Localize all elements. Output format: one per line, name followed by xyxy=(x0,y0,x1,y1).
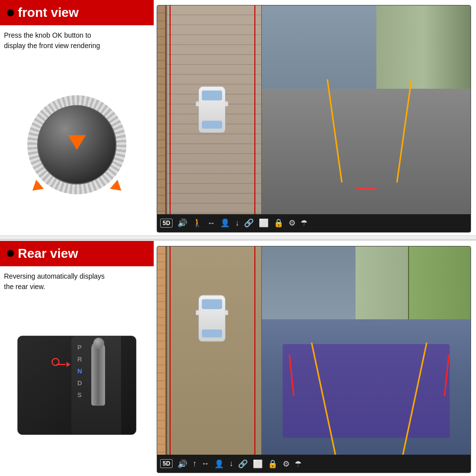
front-road-camera xyxy=(262,5,471,214)
front-right-panel: 5D 🔊 🚶 ↔ 👤 ↓ 🔗 ⬜ 🔒 ⚙ ☂ xyxy=(154,0,476,236)
rear-desc-text: Reversing automatically displays the rea… xyxy=(4,272,105,291)
rear-toolbar-icon-2[interactable]: ↑ xyxy=(192,459,196,468)
rear-toolbar-icon-5[interactable]: ↓ xyxy=(229,459,233,468)
front-car-windshield xyxy=(202,91,222,101)
rear-wall xyxy=(157,246,166,455)
knob-down-arrow xyxy=(68,135,86,150)
rear-road-line-right xyxy=(254,246,255,455)
front-left-panel: front view Press the knob OK button to d… xyxy=(0,0,154,236)
front-title-bar: front view xyxy=(0,0,154,25)
front-toolbar: 5D 🔊 🚶 ↔ 👤 ↓ 🔗 ⬜ 🔒 ⚙ ☂ xyxy=(157,214,471,232)
rear-toolbar-icon-4[interactable]: 👤 xyxy=(214,459,224,469)
front-toolbar-icon-2[interactable]: 🚶 xyxy=(192,218,202,228)
rear-title-text: Rear view xyxy=(18,246,78,261)
rear-view-section: Rear view Reversing automatically displa… xyxy=(0,239,476,476)
front-description: Press the knob OK button to display the … xyxy=(0,25,154,54)
knob-wrapper xyxy=(27,95,126,194)
front-toolbar-5d[interactable]: 5D xyxy=(160,219,173,228)
front-wall xyxy=(157,5,166,214)
rear-purple-overlay xyxy=(283,344,450,438)
rear-toolbar-icon-8[interactable]: 🔒 xyxy=(268,459,278,469)
front-road-line-right xyxy=(254,5,255,214)
front-view-section: front view Press the knob OK button to d… xyxy=(0,0,476,236)
front-toolbar-icon-8[interactable]: 🔒 xyxy=(274,218,284,228)
rear-toolbar-icon-7[interactable]: ⬜ xyxy=(253,459,263,469)
rear-toolbar-5d[interactable]: 5D xyxy=(160,459,173,468)
rear-title-bar: Rear view xyxy=(0,241,154,266)
gearshift-container: P R N D S xyxy=(0,295,154,476)
rear-description: Reversing automatically displays the rea… xyxy=(0,266,154,295)
front-title-text: front view xyxy=(18,5,79,20)
rear-road-line-left xyxy=(170,246,171,455)
rear-road-camera xyxy=(262,246,471,455)
front-camera-grid xyxy=(157,5,471,214)
front-toolbar-icon-3[interactable]: ↔ xyxy=(207,219,215,228)
front-car-topdown xyxy=(198,86,226,133)
front-road-line-left xyxy=(170,5,171,214)
rear-left-panel: Rear view Reversing automatically displa… xyxy=(0,241,154,476)
front-toolbar-icon-6[interactable]: 🔗 xyxy=(244,218,254,228)
knob-left-arrow xyxy=(29,179,44,195)
rear-car-rear-window xyxy=(202,329,222,337)
rear-camera-grid xyxy=(157,246,471,455)
front-car-rear-window xyxy=(202,121,222,129)
rear-topdown-view xyxy=(157,246,262,455)
rear-camera-view: 5D 🔊 ↑ ↔ 👤 ↓ 🔗 ⬜ 🔒 ⚙ ☂ xyxy=(157,246,471,474)
section-divider xyxy=(0,236,476,239)
rear-toolbar-icon-3[interactable]: ↔ xyxy=(201,459,209,468)
rear-toolbar: 5D 🔊 ↑ ↔ 👤 ↓ 🔗 ⬜ 🔒 ⚙ ☂ xyxy=(157,455,471,473)
rear-right-panel: 5D 🔊 ↑ ↔ 👤 ↓ 🔗 ⬜ 🔒 ⚙ ☂ xyxy=(154,241,476,476)
front-desc-text: Press the knob OK button to display the … xyxy=(4,31,100,50)
front-toolbar-icon-4[interactable]: 👤 xyxy=(220,218,230,228)
front-toolbar-icon-9[interactable]: ⚙ xyxy=(289,218,296,228)
rear-toolbar-icon-9[interactable]: ⚙ xyxy=(283,459,290,469)
front-bullet xyxy=(7,9,14,16)
front-red-line xyxy=(356,187,376,189)
front-toolbar-icon-10[interactable]: ☂ xyxy=(300,218,307,228)
rear-toolbar-icon-6[interactable]: 🔗 xyxy=(238,459,248,469)
main-container: front view Press the knob OK button to d… xyxy=(0,0,476,476)
rear-toolbar-icon-10[interactable]: ☂ xyxy=(295,459,301,469)
front-topdown-view xyxy=(157,5,262,214)
front-toolbar-icon-7[interactable]: ⬜ xyxy=(259,218,269,228)
front-toolbar-icon-1[interactable]: 🔊 xyxy=(178,218,187,228)
rear-car-windshield xyxy=(202,299,222,309)
rear-toolbar-icon-1[interactable]: 🔊 xyxy=(178,459,187,469)
rear-car-topdown xyxy=(198,295,226,342)
knob-right-arrow xyxy=(110,179,125,195)
rear-bullet xyxy=(7,250,14,257)
front-camera-view: 5D 🔊 🚶 ↔ 👤 ↓ 🔗 ⬜ 🔒 ⚙ ☂ xyxy=(157,5,471,233)
front-toolbar-icon-5[interactable]: ↓ xyxy=(235,219,239,228)
knob-container xyxy=(0,54,154,236)
